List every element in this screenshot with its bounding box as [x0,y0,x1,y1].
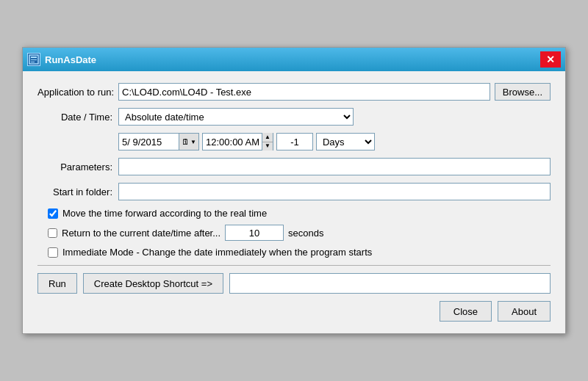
checkbox3-row: Immediate Mode - Change the date immedia… [48,247,551,258]
checkbox3-label[interactable]: Immediate Mode - Change the date immedia… [62,247,372,258]
move-time-checkbox[interactable] [48,208,58,219]
shortcut-name-input[interactable] [229,273,551,294]
offset-input[interactable] [276,133,313,150]
svg-rect-3 [31,62,35,62]
date-input[interactable] [119,135,179,149]
main-window: RunAsDate ✕ Application to run: Browse..… [22,47,566,334]
calendar-button[interactable]: 🗓 ▼ [179,134,198,150]
time-spinners: ▲ ▼ [262,133,273,150]
folder-label: Start in folder: [37,186,118,197]
app-label: Application to run: [37,87,118,98]
checkbox1-label[interactable]: Move the time forward according to the r… [62,208,267,219]
time-up-button[interactable]: ▲ [262,133,273,142]
title-bar: RunAsDate ✕ [23,48,565,71]
form-content: Application to run: Browse... Date / Tim… [23,71,565,333]
checkbox2-row: Return to the current date/time after...… [48,225,551,241]
time-field: ▲ ▼ [202,133,273,150]
time-input[interactable] [203,135,262,149]
create-shortcut-button[interactable]: Create Desktop Shortcut => [83,273,223,294]
time-down-button[interactable]: ▼ [262,142,273,151]
close-window-button[interactable]: ✕ [540,51,561,68]
svg-rect-2 [31,59,37,60]
datetime-row: Date / Time: Absolute date/time Relative… [37,108,551,126]
window-title: RunAsDate [45,54,96,65]
seconds-label: seconds [288,228,323,239]
folder-input[interactable] [118,183,551,200]
run-button[interactable]: Run [37,273,77,294]
date-field: 🗓 ▼ [118,133,199,150]
browse-button[interactable]: Browse... [495,83,551,101]
seconds-input[interactable] [225,225,284,241]
date-time-offset-row: 🗓 ▼ ▲ ▼ Days Hours Minutes Seconds [118,133,551,150]
checkbox2-label[interactable]: Return to the current date/time after... [62,228,220,239]
days-select[interactable]: Days Hours Minutes Seconds [316,133,375,150]
footer-row: Close About [37,301,551,324]
checkbox1-row: Move the time forward according to the r… [48,208,551,219]
folder-row: Start in folder: [37,183,551,200]
params-input[interactable] [118,158,551,175]
datetime-label: Date / Time: [37,112,118,123]
divider [37,265,551,266]
close-button[interactable]: Close [440,301,492,322]
params-label: Parameters: [37,162,118,173]
immediate-mode-checkbox[interactable] [48,247,58,258]
datetime-mode-select[interactable]: Absolute date/time Relative date/time [118,108,354,126]
action-row: Run Create Desktop Shortcut => [37,273,551,294]
about-button[interactable]: About [498,301,551,322]
params-row: Parameters: [37,158,551,175]
app-row: Application to run: Browse... [37,83,551,101]
title-bar-left: RunAsDate [27,53,96,66]
svg-rect-1 [31,57,37,58]
app-icon [27,53,40,66]
app-input[interactable] [118,83,490,101]
return-time-checkbox[interactable] [48,228,57,238]
